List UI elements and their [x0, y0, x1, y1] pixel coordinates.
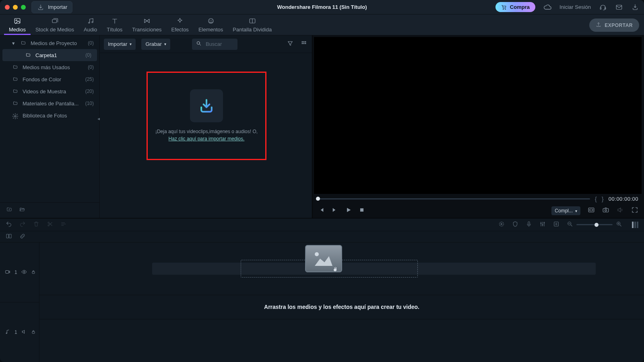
- app-title: Wondershare Filmora 11 (Sin Título): [277, 4, 367, 10]
- signin-button[interactable]: Iniciar Sesión: [559, 4, 591, 10]
- playback-quality-dropdown[interactable]: Compl... ▾: [551, 206, 580, 215]
- marker-shield-icon[interactable]: [512, 221, 518, 229]
- mark-in-icon[interactable]: {: [595, 195, 597, 202]
- tab-label: Stock de Medios: [35, 27, 74, 33]
- edit-tools-icon[interactable]: [60, 221, 67, 229]
- step-back-icon[interactable]: [318, 207, 324, 215]
- track-lock-icon[interactable]: [31, 269, 36, 276]
- messages-icon[interactable]: [615, 3, 623, 11]
- audio-mixer-icon[interactable]: [539, 221, 546, 229]
- audio-track-lane[interactable]: [39, 319, 644, 362]
- search-input[interactable]: [205, 41, 233, 47]
- svg-point-8: [88, 22, 89, 23]
- timeline-tracks[interactable]: Arrastra los medios y los efectos aquí p…: [39, 243, 644, 362]
- zoom-out-icon[interactable]: [567, 221, 573, 229]
- sidebar-item-sample-videos[interactable]: Videos de Muestra (20): [0, 85, 99, 97]
- sidebar-item-project-media[interactable]: ▾ Medios de Proyecto (0): [0, 37, 99, 49]
- record-dropdown[interactable]: Grabar ▾: [141, 39, 170, 50]
- svg-point-1: [505, 8, 506, 9]
- sidebar-item-count: (0): [88, 64, 94, 70]
- svg-rect-37: [6, 234, 8, 238]
- zoom-slider[interactable]: [576, 224, 613, 225]
- track-visibility-icon[interactable]: [21, 269, 27, 276]
- snapshot-icon[interactable]: [588, 206, 595, 215]
- fullscreen-icon[interactable]: [631, 206, 638, 215]
- new-folder-icon[interactable]: [6, 207, 13, 214]
- import-dropdown[interactable]: Importar ▾: [104, 39, 136, 50]
- sidebar-item-count: (0): [85, 52, 91, 58]
- link-clip-icon[interactable]: [19, 233, 26, 241]
- sidebar-item-screen-materials[interactable]: Materiales de Pantalla... (10): [0, 97, 99, 109]
- svg-rect-17: [303, 41, 305, 42]
- cloud-icon[interactable]: [543, 3, 551, 11]
- sidebar-item-photo-library[interactable]: Biblioteca de Fotos: [0, 109, 99, 121]
- audio-track-head[interactable]: 1: [0, 302, 39, 362]
- filter-icon[interactable]: [286, 40, 294, 48]
- play-icon[interactable]: [345, 207, 352, 215]
- minimize-window-button[interactable]: [13, 5, 18, 10]
- sidebar-item-most-used[interactable]: Medios más Usados (0): [0, 61, 99, 73]
- chevron-down-icon: ▾: [575, 209, 577, 213]
- mark-out-icon[interactable]: }: [602, 195, 604, 202]
- grid-view-icon[interactable]: [300, 40, 308, 48]
- scrubber-knob[interactable]: [316, 197, 320, 201]
- sidebar-item-color-bg[interactable]: Fondos de Color (25): [0, 73, 99, 85]
- voiceover-mic-icon[interactable]: [526, 221, 532, 229]
- split-scissors-icon[interactable]: [47, 221, 53, 229]
- keyframe-add-icon[interactable]: [553, 221, 559, 229]
- dropzone-import-link[interactable]: Haz clic aquí para importar medios.: [169, 136, 245, 142]
- track-mute-icon[interactable]: [21, 329, 27, 336]
- media-dropzone[interactable]: ¡Deja aquí tus videoclips,imágenes o aud…: [148, 73, 265, 159]
- sidebar-item-count: (10): [85, 101, 94, 106]
- volume-mute-icon[interactable]: [617, 206, 624, 215]
- redo-icon[interactable]: [19, 221, 26, 229]
- tab-titles[interactable]: Títulos: [102, 17, 127, 35]
- zoom-slider-knob[interactable]: [594, 223, 599, 227]
- import-button-top-label: Importar: [48, 4, 67, 10]
- text-t-icon: [111, 17, 119, 25]
- stop-icon[interactable]: [359, 207, 365, 214]
- render-preview-icon[interactable]: [498, 221, 505, 229]
- tab-elements[interactable]: Elementos: [194, 17, 228, 35]
- timeline-view-toggle[interactable]: [632, 222, 638, 228]
- svg-point-14: [14, 115, 16, 117]
- buy-button[interactable]: Compra: [495, 2, 535, 12]
- sidebar-item-folder1[interactable]: Carpeta1 (0): [2, 49, 97, 61]
- undo-icon[interactable]: [6, 221, 12, 229]
- open-folder-icon[interactable]: [19, 207, 26, 214]
- maximize-window-button[interactable]: [21, 5, 26, 10]
- svg-point-9: [92, 22, 93, 23]
- video-track-head[interactable]: 1: [0, 243, 39, 302]
- folder-icon: [12, 101, 19, 106]
- close-window-button[interactable]: [5, 5, 10, 10]
- support-headset-icon[interactable]: [599, 3, 607, 11]
- chevron-down-icon: ▾: [164, 42, 166, 46]
- preview-viewport[interactable]: [314, 37, 642, 194]
- tab-effects[interactable]: Efectos: [167, 17, 194, 35]
- svg-rect-20: [303, 43, 305, 44]
- export-button[interactable]: EXPORTAR: [589, 19, 639, 32]
- tab-stock-media[interactable]: Stock de Medios: [31, 17, 79, 35]
- tab-split-screen[interactable]: Pantalla Dividida: [228, 17, 277, 35]
- tab-label: Pantalla Dividida: [233, 27, 272, 33]
- match-frame-icon[interactable]: [6, 233, 12, 241]
- tab-transitions[interactable]: Transiciones: [127, 17, 166, 35]
- tab-media[interactable]: Medios: [4, 17, 31, 35]
- media-search[interactable]: [192, 39, 237, 50]
- preview-scrubber[interactable]: [318, 198, 590, 200]
- preview-controls: Compl... ▾: [312, 204, 644, 218]
- updates-icon[interactable]: [631, 3, 639, 11]
- import-button-top[interactable]: Importar: [31, 1, 72, 13]
- zoom-in-icon[interactable]: [616, 221, 622, 229]
- timeline-toolbar: [0, 218, 644, 231]
- video-track-lane[interactable]: [39, 243, 644, 295]
- delete-icon[interactable]: [33, 221, 39, 229]
- step-fwd-icon[interactable]: [332, 207, 338, 215]
- svg-rect-30: [528, 222, 530, 224]
- track-lock-icon[interactable]: [31, 329, 36, 335]
- playback-quality-label: Compl...: [555, 208, 573, 214]
- camera-icon[interactable]: [602, 206, 609, 215]
- sidebar-item-label: Biblioteca de Fotos: [23, 113, 67, 119]
- tab-label: Títulos: [107, 27, 122, 33]
- tab-audio[interactable]: Audio: [79, 17, 102, 35]
